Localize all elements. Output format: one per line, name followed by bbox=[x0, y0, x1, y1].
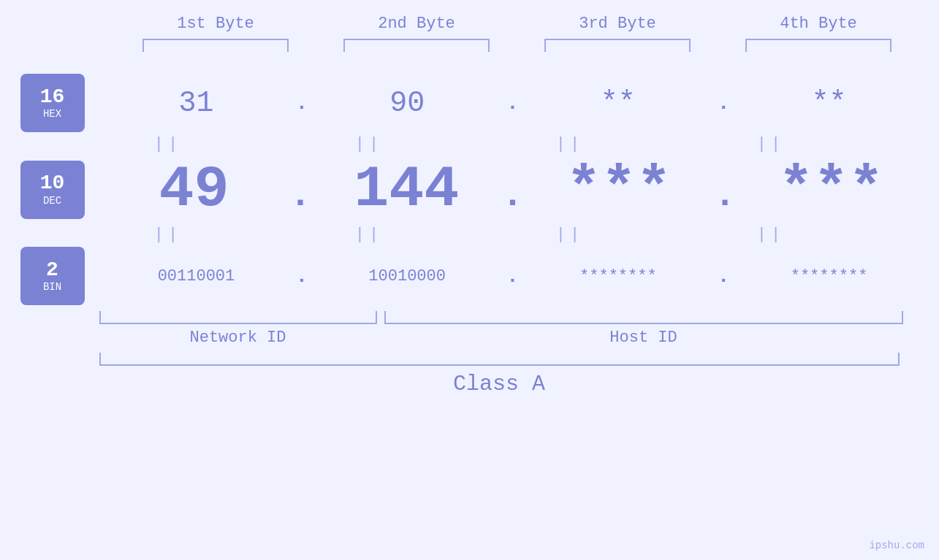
eq2-4: || bbox=[698, 226, 844, 244]
bin-byte-3: ******** bbox=[545, 267, 691, 285]
hex-byte-3: ** bbox=[545, 87, 691, 120]
byte-header-4: 4th Byte bbox=[745, 15, 892, 33]
eq2-2: || bbox=[296, 226, 442, 244]
top-brackets bbox=[115, 39, 919, 52]
eq1-3: || bbox=[497, 135, 643, 153]
hex-val-2: 90 bbox=[389, 87, 425, 120]
bin-base-num: 2 bbox=[46, 259, 58, 282]
hex-byte-1: 31 bbox=[123, 87, 269, 120]
hex-label-box: 16 HEX bbox=[20, 74, 85, 132]
dec-dot-3: . bbox=[714, 174, 736, 216]
equals-row-1: || || || || bbox=[68, 135, 872, 153]
host-bracket bbox=[384, 311, 903, 324]
main-container: 1st Byte 2nd Byte 3rd Byte 4th Byte 16 H… bbox=[0, 0, 939, 560]
hex-base-label: HEX bbox=[43, 108, 61, 120]
class-section: Class A bbox=[86, 353, 927, 396]
eq1-1: || bbox=[95, 135, 241, 153]
bin-base-label: BIN bbox=[43, 281, 61, 293]
bin-val-2: 10010000 bbox=[368, 267, 446, 285]
dec-val-1: 49 bbox=[159, 156, 229, 223]
bin-label-box: 2 BIN bbox=[20, 247, 85, 305]
bracket-1 bbox=[142, 39, 289, 52]
bracket-2 bbox=[343, 39, 490, 52]
dec-dot-1: . bbox=[289, 174, 311, 216]
hex-byte-4: ** bbox=[756, 87, 902, 120]
dec-bytes: 49 . 144 . *** . *** bbox=[107, 156, 919, 223]
hex-row: 16 HEX 31 . 90 . ** . ** bbox=[20, 74, 919, 132]
equals-row-2: || || || || bbox=[68, 226, 872, 244]
byte-header-2: 2nd Byte bbox=[343, 15, 490, 33]
hex-dot-3: . bbox=[718, 92, 730, 115]
eq1-4: || bbox=[698, 135, 844, 153]
hex-bytes: 31 . 90 . ** . ** bbox=[107, 87, 919, 120]
bin-dot-2: . bbox=[506, 265, 519, 288]
dec-val-3: *** bbox=[566, 156, 672, 223]
hex-byte-2: 90 bbox=[334, 87, 480, 120]
hex-dot-1: . bbox=[295, 92, 308, 115]
dec-byte-4: *** bbox=[758, 156, 904, 223]
bin-dot-3: . bbox=[718, 265, 730, 288]
eq1-2: || bbox=[296, 135, 442, 153]
hex-val-4: ** bbox=[812, 87, 847, 120]
dec-val-4: *** bbox=[778, 156, 883, 223]
dec-byte-3: *** bbox=[546, 156, 692, 223]
class-label: Class A bbox=[99, 372, 900, 396]
bottom-brackets bbox=[99, 311, 903, 324]
bin-byte-4: ******** bbox=[756, 267, 902, 285]
bin-byte-1: 00110001 bbox=[123, 267, 269, 285]
byte-header-3: 3rd Byte bbox=[544, 15, 691, 33]
network-id-label: Network ID bbox=[99, 329, 377, 347]
dec-dot-2: . bbox=[501, 174, 523, 216]
bin-byte-2: 10010000 bbox=[334, 267, 480, 285]
network-bracket bbox=[99, 311, 377, 324]
dec-byte-2: 144 bbox=[333, 156, 479, 223]
hex-dot-2: . bbox=[506, 92, 519, 115]
hex-val-3: ** bbox=[601, 87, 636, 120]
eq2-1: || bbox=[95, 226, 241, 244]
watermark: ipshu.com bbox=[869, 540, 924, 551]
dec-label-box: 10 DEC bbox=[20, 161, 85, 219]
dec-row: 10 DEC 49 . 144 . *** . *** bbox=[20, 156, 919, 223]
byte-headers: 1st Byte 2nd Byte 3rd Byte 4th Byte bbox=[115, 15, 919, 33]
bin-bytes: 00110001 . 10010000 . ******** . *******… bbox=[107, 265, 919, 288]
bracket-3 bbox=[544, 39, 691, 52]
bracket-4 bbox=[745, 39, 892, 52]
bin-row: 2 BIN 00110001 . 10010000 . ******** . *… bbox=[20, 247, 919, 305]
byte-header-1: 1st Byte bbox=[142, 15, 289, 33]
bin-dot-1: . bbox=[295, 265, 308, 288]
eq2-3: || bbox=[497, 226, 643, 244]
bin-val-4: ******** bbox=[791, 267, 868, 285]
dec-byte-1: 49 bbox=[121, 156, 267, 223]
host-id-label: Host ID bbox=[384, 329, 903, 347]
hex-base-num: 16 bbox=[40, 86, 65, 109]
id-labels: Network ID Host ID bbox=[99, 329, 903, 347]
dec-val-2: 144 bbox=[354, 156, 459, 223]
dec-base-num: 10 bbox=[40, 172, 65, 195]
bin-val-3: ******** bbox=[579, 267, 657, 285]
bin-val-1: 00110001 bbox=[158, 267, 235, 285]
class-bracket bbox=[99, 353, 900, 366]
hex-val-1: 31 bbox=[178, 87, 213, 120]
dec-base-label: DEC bbox=[43, 195, 61, 207]
